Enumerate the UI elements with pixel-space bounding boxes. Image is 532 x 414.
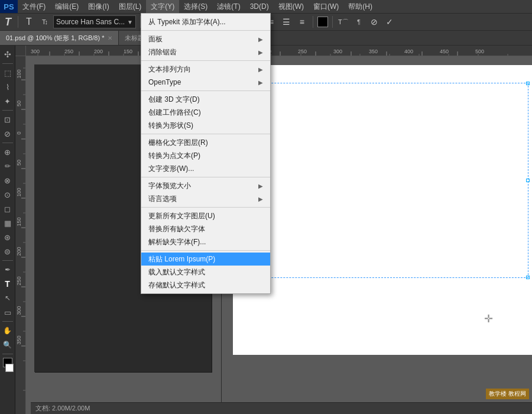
tool-sep-5 [2,321,13,322]
menu-paste-lorem[interactable]: 粘贴 Lorem Ipsum(P) [141,253,270,266]
align-right-btn[interactable]: ≡ [296,15,309,28]
tool-sep-3 [2,143,13,143]
menu-divider-2 [141,60,270,61]
handle-tr [526,82,530,85]
svg-text:450: 450 [440,48,449,54]
tool-dodge[interactable]: ⊜ [1,245,14,258]
warp-text-btn[interactable]: T⌒ [337,15,350,28]
menu-convert-shape[interactable]: 转换为形状(S) [141,119,270,132]
menu-file[interactable]: 文件(F) [18,0,50,13]
svg-text:150: 150 [124,48,132,54]
background-color[interactable] [5,364,14,372]
text-orient-vertical[interactable]: T↕ [38,15,51,28]
tool-history[interactable]: ⊙ [1,188,14,201]
menu-save-default[interactable]: 存储默认文字样式 [141,279,270,292]
menu-view[interactable]: 视图(W) [274,0,309,13]
svg-text:400: 400 [404,48,413,54]
character-panel-btn[interactable]: ¶ [352,15,365,28]
menu-divider-5 [141,177,270,177]
menu-layer[interactable]: 图层(L) [114,0,147,13]
confirm-btn[interactable]: ✓ [383,15,396,28]
tool-eyedropper[interactable]: ⊘ [1,127,14,140]
menu-divider-7 [141,250,270,251]
menu-rasterize[interactable]: 栅格化文字图层(R) [141,136,270,149]
text-color-swatch[interactable] [317,17,328,27]
menu-opentype[interactable]: OpenType ▶ [141,76,270,89]
tool-blur[interactable]: ⊛ [1,231,14,244]
menu-convert-point[interactable]: 转换为点文本(P) [141,149,270,162]
text-orient-horizontal[interactable]: T [22,15,35,28]
tool-sep-2 [2,110,13,111]
font-selector[interactable]: Source Han Sans C... ▼ [53,15,136,28]
tool-text[interactable]: T [1,277,14,290]
crosshair-cursor: ✛ [484,312,493,325]
tool-move[interactable]: ✣ [1,48,14,61]
handle-br [526,276,530,279]
svg-text:150: 150 [16,217,22,226]
tool-marquee[interactable]: ⬚ [1,66,14,79]
tool-hand[interactable]: ✋ [1,324,14,337]
menu-load-default[interactable]: 载入默认文字样式 [141,266,270,279]
ruler-corner [15,46,26,56]
tool-heal[interactable]: ⊕ [1,145,14,159]
menu-divider-3 [141,90,270,91]
text-dropdown-menu: 从 Typekit 添加字体(A)... 面板 ▶ 消除锯齿 ▶ 文本排列方向 … [141,13,271,294]
anti-alias-arrow: ▶ [258,49,263,56]
tool-zoom[interactable]: 🔍 [1,338,14,351]
svg-text:100: 100 [16,69,22,78]
menu-warp-text[interactable]: 文字变形(W)... [141,162,270,175]
doc-tab-1-label: 01.psd @ 100% (矩形 1, RGB/8) * [6,34,104,43]
font-preview-arrow: ▶ [258,183,263,189]
tool-sep-4 [2,260,13,261]
svg-text:250: 250 [16,276,22,285]
menu-resolve-missing[interactable]: 解析缺失字体(F)... [141,235,270,248]
menu-text[interactable]: 文字(Y) [146,0,179,13]
text-dir-arrow: ▶ [258,66,263,73]
tool-eraser[interactable]: ◻ [1,202,14,215]
toolbar-divider-1 [18,16,18,28]
tool-gradient[interactable]: ▦ [1,216,14,229]
toolbar-divider-6 [332,16,333,28]
toolbar-divider-5 [313,16,313,28]
menu-text-dir[interactable]: 文本排列方向 ▶ [141,63,270,76]
tool-clone[interactable]: ⊗ [1,174,14,187]
menu-filter[interactable]: 滤镜(T) [212,0,245,13]
svg-text:500: 500 [475,48,484,54]
menu-font-preview[interactable]: 字体预览大小 ▶ [141,179,270,192]
doc-tab-1[interactable]: 01.psd @ 100% (矩形 1, RGB/8) * ✕ [0,31,119,45]
menu-panel[interactable]: 面板 ▶ [141,33,270,46]
svg-text:350: 350 [16,335,22,344]
text-tool-indicator: T [2,16,14,28]
menu-create-3d[interactable]: 创建 3D 文字(D) [141,93,270,106]
tool-sep-1 [2,63,13,64]
doc-canvas: ✛ [26,56,532,414]
menu-3d[interactable]: 3D(D) [245,0,274,13]
menu-edit[interactable]: 编辑(E) [50,0,83,13]
menu-select[interactable]: 选择(S) [179,0,212,13]
menu-update-layers[interactable]: 更新所有文字图层(U) [141,209,270,222]
tool-shape[interactable]: ▭ [1,306,14,319]
tool-lasso[interactable]: ⌇ [1,80,14,93]
menu-replace-missing[interactable]: 替换所有缺欠字体 [141,222,270,235]
menu-bar: PS 文件(F) 编辑(E) 图像(I) 图层(L) 文字(Y) 选择(S) 滤… [0,0,532,13]
tool-brush[interactable]: ✏ [1,160,14,173]
menu-language[interactable]: 语言选项 ▶ [141,192,270,205]
menu-divider-1 [141,30,270,31]
align-center-btn[interactable]: ☰ [280,15,293,28]
menu-image[interactable]: 图像(I) [83,0,113,13]
tool-magic-wand[interactable]: ✦ [1,95,14,108]
menu-create-workpath[interactable]: 创建工作路径(C) [141,106,270,119]
doc-tab-1-close[interactable]: ✕ [108,35,112,41]
status-bar: 文档: 2.00M/2.00M [31,402,532,414]
menu-window[interactable]: 窗口(W) [309,0,343,13]
menu-divider-4 [141,134,270,134]
menu-help[interactable]: 帮助(H) [343,0,377,13]
tool-crop[interactable]: ⊡ [1,113,14,126]
tool-pen[interactable]: ✒ [1,263,14,276]
svg-text:300: 300 [16,306,22,315]
menu-add-typekit[interactable]: 从 Typekit 添加字体(A)... [141,15,270,28]
tool-path-select[interactable]: ↖ [1,292,14,305]
panel-arrow: ▶ [258,36,263,43]
cancel-btn[interactable]: ⊘ [368,15,381,28]
menu-anti-alias[interactable]: 消除锯齿 ▶ [141,46,270,59]
